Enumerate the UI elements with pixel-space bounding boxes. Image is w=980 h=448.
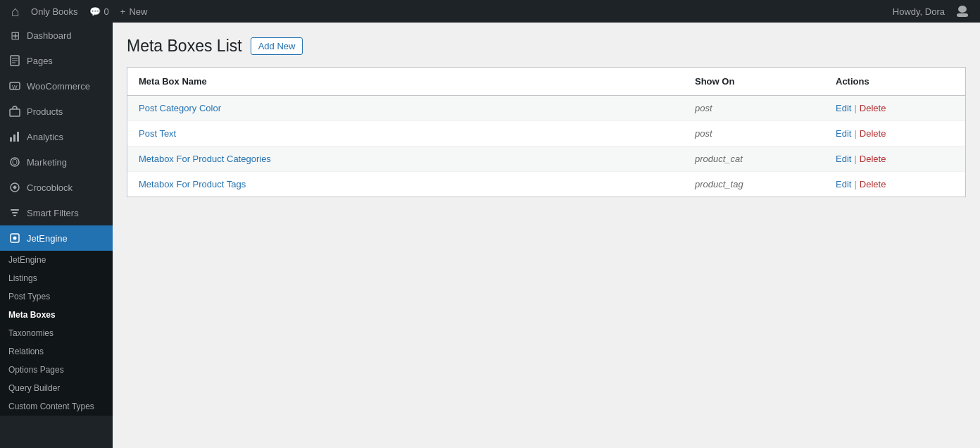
delete-link[interactable]: Delete bbox=[860, 154, 886, 164]
site-name-label: Only Books bbox=[31, 6, 77, 17]
site-name-button[interactable]: Only Books bbox=[25, 0, 83, 23]
show-on-value: product_tag bbox=[695, 179, 743, 189]
header-actions: Actions bbox=[824, 68, 965, 95]
meta-box-name-cell: Post Category Color bbox=[127, 96, 684, 120]
products-icon bbox=[8, 105, 21, 118]
wp-logo-button[interactable]: ⌂ bbox=[6, 0, 25, 23]
meta-box-link[interactable]: Post Text bbox=[139, 128, 176, 139]
page-header: Meta Boxes List Add New bbox=[127, 37, 966, 56]
edit-link[interactable]: Edit bbox=[836, 103, 851, 113]
show-on-value: product_cat bbox=[695, 154, 743, 164]
meta-box-name-cell: Post Text bbox=[127, 121, 684, 146]
comment-icon: 💬 bbox=[89, 6, 101, 17]
svg-rect-14 bbox=[11, 209, 19, 211]
sidebar-sub-item-query-builder[interactable]: Query Builder bbox=[0, 379, 113, 397]
show-on-cell: product_tag bbox=[684, 172, 824, 197]
edit-link[interactable]: Edit bbox=[836, 128, 851, 139]
delete-link[interactable]: Delete bbox=[860, 128, 886, 139]
table-row: Metabox For Product Categories product_c… bbox=[127, 147, 965, 172]
sidebar: ⊞ Dashboard Pages W WooCommerce Products bbox=[0, 23, 113, 448]
sidebar-item-smart-filters[interactable]: Smart Filters bbox=[0, 200, 113, 225]
sidebar-sub-item-post-types[interactable]: Post Types bbox=[0, 287, 113, 306]
jetengine-sub-menu: JetEngine Listings Post Types Meta Boxes… bbox=[0, 251, 113, 416]
sidebar-sub-item-jetengine[interactable]: JetEngine bbox=[0, 251, 113, 269]
actions-cell: Edit | Delete bbox=[824, 147, 965, 171]
wp-logo-icon: ⌂ bbox=[11, 4, 20, 20]
actions-cell: Edit | Delete bbox=[824, 172, 965, 197]
show-on-cell: post bbox=[684, 96, 824, 120]
show-on-cell: post bbox=[684, 121, 824, 146]
page-title: Meta Boxes List bbox=[127, 37, 242, 56]
actions-cell: Edit | Delete bbox=[824, 96, 965, 120]
comments-button[interactable]: 💬 0 bbox=[84, 0, 115, 23]
sidebar-item-products[interactable]: Products bbox=[0, 99, 113, 124]
svg-point-18 bbox=[13, 237, 17, 240]
svg-rect-1 bbox=[957, 13, 968, 17]
sidebar-item-label: Analytics bbox=[27, 132, 63, 142]
crocoblock-icon bbox=[8, 181, 21, 194]
avatar-icon bbox=[956, 5, 969, 18]
new-label: New bbox=[129, 6, 147, 17]
sidebar-item-dashboard[interactable]: ⊞ Dashboard bbox=[0, 23, 113, 48]
top-bar: ⌂ Only Books 💬 0 + New Howdy, Dora bbox=[0, 0, 980, 23]
svg-text:W: W bbox=[12, 84, 18, 90]
sidebar-sub-item-meta-boxes[interactable]: Meta Boxes bbox=[0, 306, 113, 324]
plus-icon: + bbox=[120, 6, 126, 17]
svg-rect-8 bbox=[10, 109, 20, 116]
sidebar-item-jetengine[interactable]: JetEngine bbox=[0, 225, 113, 251]
table-row: Post Text post Edit | Delete bbox=[127, 121, 965, 147]
separator: | bbox=[854, 154, 856, 164]
svg-rect-9 bbox=[10, 137, 12, 142]
main-content: Meta Boxes List Add New Meta Box Name Sh… bbox=[113, 23, 980, 448]
separator: | bbox=[854, 103, 856, 113]
new-button[interactable]: + New bbox=[115, 0, 153, 23]
separator: | bbox=[854, 179, 856, 189]
meta-box-link[interactable]: Post Category Color bbox=[139, 103, 221, 113]
meta-box-link[interactable]: Metabox For Product Categories bbox=[139, 154, 271, 164]
pages-icon bbox=[8, 54, 21, 67]
user-avatar[interactable] bbox=[950, 0, 974, 23]
svg-rect-11 bbox=[17, 132, 19, 142]
actions-cell: Edit | Delete bbox=[824, 121, 965, 146]
sidebar-sub-item-custom-content-types[interactable]: Custom Content Types bbox=[0, 397, 113, 416]
add-new-button[interactable]: Add New bbox=[251, 37, 303, 55]
table-header: Meta Box Name Show On Actions bbox=[127, 68, 965, 96]
svg-rect-16 bbox=[13, 215, 16, 216]
howdy-label: Howdy, Dora bbox=[887, 6, 950, 17]
svg-rect-10 bbox=[13, 135, 15, 142]
sidebar-item-crocoblock[interactable]: Crocoblock bbox=[0, 175, 113, 200]
sidebar-item-analytics[interactable]: Analytics bbox=[0, 124, 113, 149]
meta-box-name-cell: Metabox For Product Tags bbox=[127, 172, 684, 197]
sidebar-item-label: Products bbox=[27, 106, 63, 117]
svg-rect-15 bbox=[12, 212, 18, 213]
table-row: Post Category Color post Edit | Delete bbox=[127, 96, 965, 121]
sidebar-item-woocommerce[interactable]: W WooCommerce bbox=[0, 73, 113, 99]
sidebar-sub-item-options-pages[interactable]: Options Pages bbox=[0, 361, 113, 379]
sidebar-item-label: JetEngine bbox=[27, 233, 68, 244]
jetengine-icon bbox=[8, 232, 21, 244]
sidebar-sub-item-listings[interactable]: Listings bbox=[0, 269, 113, 287]
header-show-on: Show On bbox=[684, 68, 824, 95]
delete-link[interactable]: Delete bbox=[860, 103, 886, 113]
sidebar-item-label: Marketing bbox=[27, 157, 67, 168]
delete-link[interactable]: Delete bbox=[860, 179, 886, 189]
analytics-icon bbox=[8, 130, 21, 143]
sidebar-item-marketing[interactable]: Marketing bbox=[0, 149, 113, 175]
table-row: Metabox For Product Tags product_tag Edi… bbox=[127, 172, 965, 197]
meta-box-name-cell: Metabox For Product Categories bbox=[127, 147, 684, 171]
sidebar-item-pages[interactable]: Pages bbox=[0, 48, 113, 73]
meta-box-link[interactable]: Metabox For Product Tags bbox=[139, 179, 246, 189]
edit-link[interactable]: Edit bbox=[836, 154, 851, 164]
show-on-cell: product_cat bbox=[684, 147, 824, 171]
separator: | bbox=[854, 128, 856, 139]
edit-link[interactable]: Edit bbox=[836, 179, 851, 189]
sidebar-item-label: Crocoblock bbox=[27, 182, 73, 193]
meta-boxes-table: Meta Box Name Show On Actions Post Categ… bbox=[127, 67, 966, 197]
sidebar-item-label: Smart Filters bbox=[27, 208, 79, 218]
woocommerce-icon: W bbox=[8, 80, 21, 92]
sidebar-sub-item-relations[interactable]: Relations bbox=[0, 342, 113, 361]
marketing-icon bbox=[8, 156, 21, 168]
dashboard-icon: ⊞ bbox=[8, 29, 21, 42]
sidebar-sub-item-taxonomies[interactable]: Taxonomies bbox=[0, 324, 113, 342]
show-on-value: post bbox=[695, 103, 712, 113]
